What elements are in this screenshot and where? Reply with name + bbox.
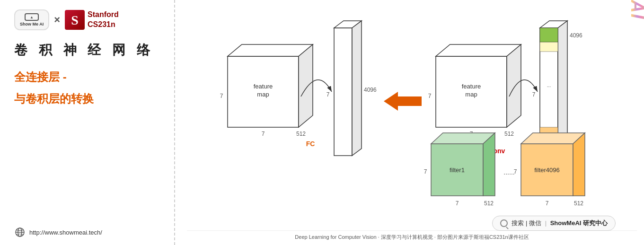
svg-text:S: S (71, 13, 79, 27)
svg-text:7: 7 (545, 200, 548, 207)
svg-text:7: 7 (220, 93, 223, 99)
svg-text:filter4096: filter4096 (534, 166, 559, 174)
svg-text:4096: 4096 (570, 32, 582, 39)
footer-text: Deep Learning for Computer Vision · 深度学习… (187, 230, 637, 243)
right-panel: ShowMeAI feature map 7 7 512 (175, 0, 644, 245)
svg-text:feature: feature (461, 83, 480, 90)
svg-text:7: 7 (513, 168, 517, 175)
showmeai-logo: Show Me AI (14, 9, 49, 30)
svg-text:7: 7 (326, 91, 329, 98)
svg-rect-32 (540, 42, 558, 52)
diagram-area: feature map 7 7 512 4096 7 FC (187, 5, 637, 230)
svg-text:4096: 4096 (364, 87, 377, 93)
svg-rect-31 (540, 28, 558, 42)
logo-area: Show Me AI × S Stanford CS (14, 9, 160, 30)
svg-marker-40 (483, 133, 495, 196)
svg-marker-21 (436, 44, 521, 56)
svg-text:map: map (465, 91, 477, 98)
svg-text:512: 512 (504, 131, 513, 137)
svg-marker-22 (507, 44, 521, 127)
svg-text:512: 512 (484, 200, 493, 207)
link-icon (14, 227, 26, 238)
left-panel: Show Me AI × S Stanford CS (0, 0, 175, 245)
svg-marker-19 (384, 92, 422, 111)
svg-marker-15 (352, 21, 362, 156)
svg-text:map: map (257, 91, 269, 98)
stanford-logo: S Stanford CS231n (65, 10, 119, 30)
svg-marker-6 (228, 44, 313, 56)
svg-text:7: 7 (428, 93, 431, 99)
page-title: 卷 积 神 经 网 络 (14, 41, 160, 59)
x-sign: × (54, 14, 60, 26)
search-label: 搜索 | 微信 | ShowMeAI 研究中心 (512, 219, 608, 228)
svg-text:filter1: filter1 (450, 166, 465, 174)
search-icon (500, 219, 508, 227)
subtitle-conv: 与卷积层的转换 (14, 90, 160, 107)
website-url: http://www.showmeai.tech/ (29, 229, 102, 236)
website-link[interactable]: http://www.showmeai.tech/ (14, 222, 160, 238)
svg-text:7: 7 (532, 91, 535, 98)
svg-marker-7 (299, 44, 313, 127)
search-bar[interactable]: 搜索 | 微信 | ShowMeAI 研究中心 (492, 216, 616, 231)
svg-text:512: 512 (573, 200, 583, 207)
diagram-svg: feature map 7 7 512 4096 7 FC (199, 18, 625, 217)
svg-text:......: ...... (503, 168, 514, 176)
svg-text:FC: FC (306, 140, 315, 148)
svg-text:7: 7 (455, 200, 459, 207)
svg-marker-48 (573, 133, 585, 196)
showmeai-label: Show Me AI (20, 22, 44, 26)
svg-rect-13 (334, 28, 352, 156)
svg-text:512: 512 (296, 131, 305, 137)
stanford-s-icon: S (65, 10, 85, 30)
stanford-text: Stanford CS231n (88, 10, 119, 30)
svg-text:7: 7 (261, 131, 265, 137)
svg-text:feature: feature (253, 83, 272, 90)
showmeai-icon (25, 13, 39, 21)
subtitle-fc: 全连接层 - (14, 69, 160, 86)
svg-text:7: 7 (423, 168, 427, 175)
svg-text:...: ... (547, 83, 550, 88)
